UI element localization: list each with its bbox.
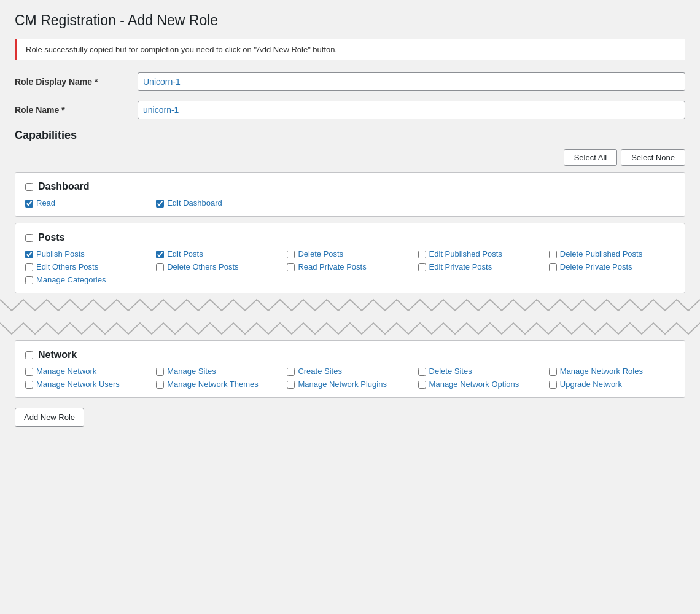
cap-item-read: Read <box>25 198 151 208</box>
cap-label-edit_others_posts[interactable]: Edit Others Posts <box>36 262 98 271</box>
capabilities-grid-network: Manage NetworkManage SitesCreate SitesDe… <box>25 367 675 389</box>
cap-checkbox-manage_sites[interactable] <box>156 368 164 376</box>
cap-item-edit_dashboard: Edit Dashboard <box>156 198 282 208</box>
cap-item-manage_network_roles: Manage Network Roles <box>549 367 675 376</box>
cap-label-manage_network_plugins[interactable]: Manage Network Plugins <box>298 379 387 389</box>
cap-label-manage_sites[interactable]: Manage Sites <box>167 367 216 376</box>
cap-item-edit_published_posts: Edit Published Posts <box>418 249 544 258</box>
cap-item-delete_private_posts: Delete Private Posts <box>549 262 675 271</box>
capability-section-posts: PostsPublish PostsEdit PostsDelete Posts… <box>15 223 685 293</box>
cap-label-upgrade_network[interactable]: Upgrade Network <box>560 379 622 389</box>
cap-label-manage_network_users[interactable]: Manage Network Users <box>36 379 120 389</box>
capabilities-sections: DashboardReadEdit DashboardPostsPublish … <box>15 172 685 398</box>
cap-item-publish_posts: Publish Posts <box>25 249 151 258</box>
cap-item-manage_network_plugins: Manage Network Plugins <box>287 379 413 389</box>
capabilities-title: Capabilities <box>15 129 685 142</box>
cap-checkbox-manage_network_users[interactable] <box>25 381 33 389</box>
cap-checkbox-edit_published_posts[interactable] <box>418 251 426 258</box>
cap-label-edit_posts[interactable]: Edit Posts <box>167 249 203 258</box>
cap-checkbox-manage_network_plugins[interactable] <box>287 381 295 389</box>
cap-checkbox-edit_dashboard[interactable] <box>156 200 164 208</box>
cap-checkbox-edit_posts[interactable] <box>156 251 164 258</box>
cap-item-delete_posts: Delete Posts <box>287 249 413 258</box>
cap-item-manage_network: Manage Network <box>25 367 151 376</box>
cap-checkbox-publish_posts[interactable] <box>25 251 33 258</box>
cap-checkbox-manage_categories[interactable] <box>25 276 33 284</box>
cap-label-delete_sites[interactable]: Delete Sites <box>429 367 472 376</box>
display-name-label: Role Display Name * <box>15 77 138 87</box>
cap-item-manage_network_themes: Manage Network Themes <box>156 379 282 389</box>
cap-checkbox-read_private_posts[interactable] <box>287 263 295 271</box>
cap-checkbox-delete_published_posts[interactable] <box>549 251 557 258</box>
cap-item-edit_posts: Edit Posts <box>156 249 282 258</box>
add-new-role-button[interactable]: Add New Role <box>15 408 84 427</box>
cap-item-edit_others_posts: Edit Others Posts <box>25 262 151 271</box>
cap-item-edit_private_posts: Edit Private Posts <box>418 262 544 271</box>
section-checkbox-posts[interactable] <box>25 234 33 242</box>
cap-label-delete_others_posts[interactable]: Delete Others Posts <box>167 262 238 271</box>
notice-text: Role successfully copied but for complet… <box>26 45 337 54</box>
cap-label-manage_network[interactable]: Manage Network <box>36 367 96 376</box>
cap-label-read_private_posts[interactable]: Read Private Posts <box>298 262 366 271</box>
section-checkbox-network[interactable] <box>25 351 33 359</box>
cap-item-create_sites: Create Sites <box>287 367 413 376</box>
section-title-network: Network <box>38 349 77 360</box>
select-buttons-row: Select All Select None <box>15 149 685 166</box>
cap-item-delete_others_posts: Delete Others Posts <box>156 262 282 271</box>
form-actions: Add New Role <box>15 398 685 427</box>
notice-banner: Role successfully copied but for complet… <box>15 39 685 60</box>
cap-checkbox-delete_private_posts[interactable] <box>549 263 557 271</box>
cap-label-publish_posts[interactable]: Publish Posts <box>36 249 85 258</box>
cap-checkbox-delete_sites[interactable] <box>418 368 426 376</box>
section-header-posts: Posts <box>25 232 675 243</box>
section-title-posts: Posts <box>38 232 65 243</box>
cap-label-manage_network_options[interactable]: Manage Network Options <box>429 379 519 389</box>
page-title: CM Registration - Add New Role <box>15 12 685 29</box>
cap-item-upgrade_network: Upgrade Network <box>549 379 675 389</box>
cap-checkbox-delete_others_posts[interactable] <box>156 263 164 271</box>
cap-label-edit_published_posts[interactable]: Edit Published Posts <box>429 249 502 258</box>
cap-item-delete_sites: Delete Sites <box>418 367 544 376</box>
capability-section-dashboard: DashboardReadEdit Dashboard <box>15 172 685 217</box>
select-none-button[interactable]: Select None <box>621 149 685 166</box>
cap-item-manage_sites: Manage Sites <box>156 367 282 376</box>
cap-checkbox-manage_network[interactable] <box>25 368 33 376</box>
cap-checkbox-upgrade_network[interactable] <box>549 381 557 389</box>
section-header-dashboard: Dashboard <box>25 181 675 192</box>
cap-label-edit_dashboard[interactable]: Edit Dashboard <box>167 198 222 208</box>
capabilities-grid-dashboard: ReadEdit Dashboard <box>25 198 675 208</box>
select-all-button[interactable]: Select All <box>564 149 617 166</box>
role-name-input[interactable] <box>138 101 685 119</box>
cap-checkbox-manage_network_themes[interactable] <box>156 381 164 389</box>
cap-label-manage_categories[interactable]: Manage Categories <box>36 275 106 284</box>
cap-checkbox-create_sites[interactable] <box>287 368 295 376</box>
cap-checkbox-edit_private_posts[interactable] <box>418 263 426 271</box>
cap-label-delete_private_posts[interactable]: Delete Private Posts <box>560 262 632 271</box>
capability-section-network: NetworkManage NetworkManage SitesCreate … <box>15 340 685 398</box>
cap-label-manage_network_roles[interactable]: Manage Network Roles <box>560 367 643 376</box>
role-name-row: Role Name * <box>15 101 685 119</box>
cap-checkbox-read[interactable] <box>25 200 33 208</box>
cap-checkbox-delete_posts[interactable] <box>287 251 295 258</box>
cap-item-delete_published_posts: Delete Published Posts <box>549 249 675 258</box>
section-header-network: Network <box>25 349 675 360</box>
display-name-input[interactable] <box>138 72 685 91</box>
cap-checkbox-edit_others_posts[interactable] <box>25 263 33 271</box>
cap-checkbox-manage_network_roles[interactable] <box>549 368 557 376</box>
section-checkbox-dashboard[interactable] <box>25 183 33 191</box>
capabilities-grid-posts: Publish PostsEdit PostsDelete PostsEdit … <box>25 249 675 284</box>
cap-label-delete_published_posts[interactable]: Delete Published Posts <box>560 249 642 258</box>
cap-checkbox-manage_network_options[interactable] <box>418 381 426 389</box>
cap-label-create_sites[interactable]: Create Sites <box>298 367 342 376</box>
cap-label-manage_network_themes[interactable]: Manage Network Themes <box>167 379 259 389</box>
cap-label-edit_private_posts[interactable]: Edit Private Posts <box>429 262 492 271</box>
cap-label-read[interactable]: Read <box>36 198 55 208</box>
role-name-label: Role Name * <box>15 105 138 115</box>
cap-item-manage_network_users: Manage Network Users <box>25 379 151 389</box>
display-name-row: Role Display Name * <box>15 72 685 91</box>
cap-label-delete_posts[interactable]: Delete Posts <box>298 249 343 258</box>
cap-item-manage_network_options: Manage Network Options <box>418 379 544 389</box>
cap-item-manage_categories: Manage Categories <box>25 275 151 284</box>
cap-item-read_private_posts: Read Private Posts <box>287 262 413 271</box>
section-title-dashboard: Dashboard <box>38 181 90 192</box>
